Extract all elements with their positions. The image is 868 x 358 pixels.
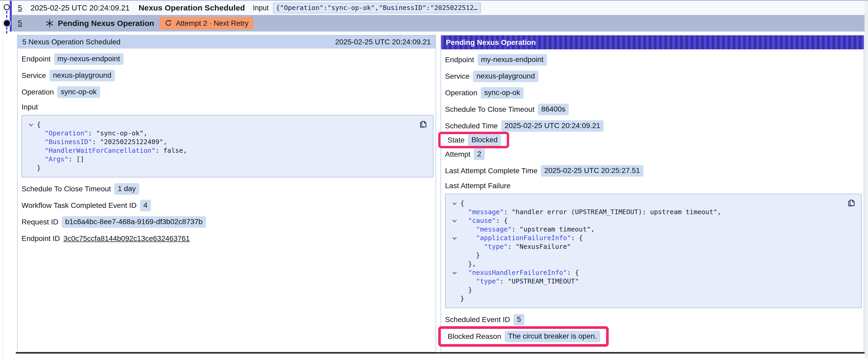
json-line: "nexusHandlerFailureInfo": { xyxy=(449,268,856,277)
field-row-schedule-to-close: Schedule To Close Timeout 1 day xyxy=(22,181,436,197)
field-value-chip: 5 xyxy=(514,314,525,325)
field-label: Attempt xyxy=(445,150,470,159)
field-label: Scheduled Event ID xyxy=(445,316,510,324)
input-json-viewer: { "Operation": "sync-op-ok", "BusinessID… xyxy=(22,115,433,177)
field-value-chip: my-nexus-endpoint xyxy=(54,53,123,65)
json-line: } xyxy=(25,164,428,172)
field-label: Request ID xyxy=(22,218,58,226)
field-label: Schedule To Close Timeout xyxy=(445,105,534,113)
field-value-chip: my-nexus-endpoint xyxy=(477,54,547,66)
json-line: } xyxy=(449,294,856,303)
chevron-down-icon[interactable] xyxy=(453,235,457,240)
field-row-request-id: Request ID b1c6a4bc-8ee7-468a-9169-df3b0… xyxy=(22,214,436,230)
chevron-down-icon[interactable] xyxy=(453,218,457,222)
event-id-link[interactable]: 5 xyxy=(18,4,22,12)
event-title: Nexus Operation Scheduled xyxy=(138,3,245,12)
field-row-endpoint: Endpoint my-nexus-endpoint xyxy=(445,52,864,68)
json-line: }, xyxy=(449,260,856,268)
field-label: Endpoint xyxy=(22,55,51,63)
scheduled-event-detail-panel: 5 Nexus Operation Scheduled 2025-02-25 U… xyxy=(17,35,436,352)
input-preview-chip[interactable]: {"Operation":"sync-op-ok","BusinessID":"… xyxy=(273,3,481,13)
retry-badge-label: Attempt 2 · Next Retry xyxy=(176,19,249,28)
event-id-link[interactable]: 5 xyxy=(18,19,22,28)
field-label: Service xyxy=(22,71,46,80)
pending-event-title: Pending Nexus Operation xyxy=(58,19,154,28)
chevron-down-icon[interactable] xyxy=(453,200,457,205)
field-row-state: State Blocked xyxy=(447,132,501,148)
field-row-operation: Operation sync-op-ok xyxy=(22,84,436,100)
failure-json-viewer: { "message": "handler error (UPSTREAM_TI… xyxy=(445,194,862,308)
json-line: } xyxy=(449,286,856,294)
active-event-indicator-bar xyxy=(10,1,12,32)
event-row-pending[interactable]: 5 Pending Nexus Operation Attempt 2 · Ne… xyxy=(12,15,865,32)
left-panel-title: 5 Nexus Operation Scheduled xyxy=(22,38,121,46)
left-panel-header: 5 Nexus Operation Scheduled 2025-02-25 U… xyxy=(18,35,436,48)
field-row-service: Service nexus-playground xyxy=(445,68,864,85)
right-panel-header: Pending Nexus Operation xyxy=(441,35,864,50)
json-line: } xyxy=(449,251,856,260)
json-line: "Operation": "sync-op-ok", xyxy=(25,129,428,137)
field-value-chip: 4 xyxy=(140,200,151,211)
copy-icon[interactable] xyxy=(846,198,857,208)
field-value-chip: 2025-02-25 UTC 20:25:27.51 xyxy=(541,165,643,176)
field-row-last-attempt-complete: Last Attempt Complete Time 2025-02-25 UT… xyxy=(445,162,864,179)
event-history-view: 5 2025-02-25 UTC 20:24:09.21 Nexus Opera… xyxy=(0,0,868,358)
retry-icon xyxy=(164,19,172,27)
timeline-node-open-icon[interactable] xyxy=(4,4,10,10)
left-panel-timestamp: 2025-02-25 UTC 20:24:09.21 xyxy=(335,38,431,46)
input-block-label: Input xyxy=(22,100,436,114)
field-value-chip: 1 day xyxy=(114,183,139,195)
field-row-endpoint-id: Endpoint ID 3c0c75ccfa8144b092c13ce63246… xyxy=(22,230,436,247)
field-value-chip: nexus-playground xyxy=(50,70,115,82)
event-row-scheduled[interactable]: 5 2025-02-25 UTC 20:24:09.21 Nexus Opera… xyxy=(12,1,865,15)
json-line: { xyxy=(25,120,428,129)
retry-status-badge: Attempt 2 · Next Retry xyxy=(159,17,253,29)
json-line: "message": "upstream timeout", xyxy=(449,225,856,234)
json-line: "BusinessID": "20250225122409", xyxy=(25,137,428,146)
blocked-reason-chip: The circuit breaker is open. xyxy=(505,331,600,342)
field-value-chip: 86400s xyxy=(538,104,569,115)
field-row-service: Service nexus-playground xyxy=(22,67,436,84)
json-line: "type": "UPSTREAM_TIMEOUT" xyxy=(449,277,856,286)
field-label: Blocked Reason xyxy=(448,332,501,341)
right-panel-title: Pending Nexus Operation xyxy=(446,38,536,47)
chevron-down-icon[interactable] xyxy=(453,270,457,274)
scrollbar-gutter[interactable] xyxy=(865,1,868,358)
field-row-blocked-reason: Blocked Reason The circuit breaker is op… xyxy=(448,328,600,345)
field-row-schedule-to-close: Schedule To Close Timeout 86400s xyxy=(445,101,864,118)
field-value-chip: sync-op-ok xyxy=(481,87,524,99)
field-label: Schedule To Close Timeout xyxy=(22,185,111,193)
json-line: "cause": { xyxy=(449,216,856,225)
field-row-endpoint: Endpoint my-nexus-endpoint xyxy=(22,51,436,67)
endpoint-id-link[interactable]: 3c0c75ccfa8144b092c13ce632463761 xyxy=(63,234,190,243)
json-line: "applicationFailureInfo": { xyxy=(449,234,856,242)
json-line: "message": "handler error (UPSTREAM_TIME… xyxy=(449,207,856,216)
field-label: Operation xyxy=(445,89,477,97)
field-value-chip: b1c6a4bc-8ee7-468a-9169-df3b02c8737b xyxy=(62,216,206,228)
annotation-state-highlight: State Blocked xyxy=(438,132,509,148)
bottom-divider xyxy=(16,352,865,354)
field-row-operation: Operation sync-op-ok xyxy=(445,85,864,101)
event-timestamp: 2025-02-25 UTC 20:24:09.21 xyxy=(30,4,129,12)
state-value-chip: Blocked xyxy=(468,134,501,146)
asterisk-icon xyxy=(45,19,54,28)
json-line: "HandlerWaitForCancellation": false, xyxy=(25,146,428,155)
chevron-down-icon[interactable] xyxy=(29,122,33,126)
json-line: { xyxy=(449,199,856,207)
annotation-blocked-reason-highlight: Blocked Reason The circuit breaker is op… xyxy=(438,326,609,347)
field-value-chip: 2025-02-25 UTC 20:24:09.21 xyxy=(501,120,604,132)
field-label: Operation xyxy=(22,88,54,96)
left-border xyxy=(3,1,3,358)
input-label: Input xyxy=(253,4,269,12)
field-label: State xyxy=(447,136,464,144)
field-row-wft-completed-id: Workflow Task Completed Event ID 4 xyxy=(22,197,436,214)
json-line: "Args": [] xyxy=(25,155,428,164)
field-row-attempt: Attempt 2 xyxy=(445,146,864,162)
field-label: Endpoint ID xyxy=(22,234,60,243)
field-label: Scheduled Time xyxy=(445,122,498,130)
field-value-chip: nexus-playground xyxy=(473,71,538,82)
field-row-scheduled-time: Scheduled Time 2025-02-25 UTC 20:24:09.2… xyxy=(445,118,864,134)
timeline-node-current-icon[interactable] xyxy=(4,20,10,26)
field-row-scheduled-event-id: Scheduled Event ID 5 xyxy=(445,311,864,328)
copy-icon[interactable] xyxy=(418,119,428,129)
